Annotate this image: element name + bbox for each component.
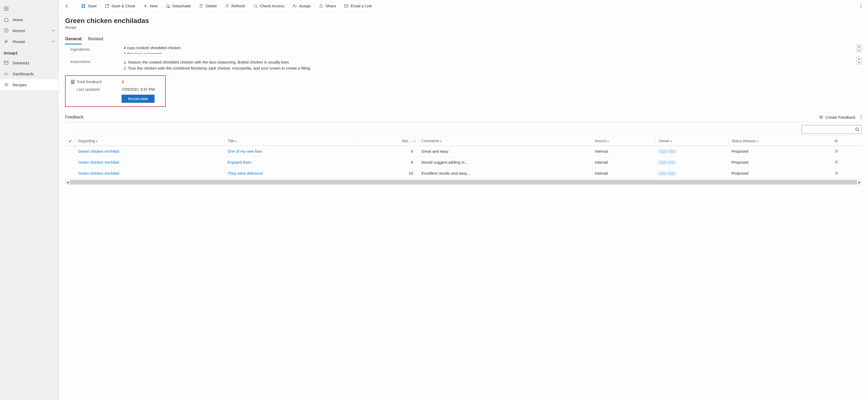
spin-down-icon[interactable]: ▼ <box>857 61 862 64</box>
col-rating[interactable]: Rat...↑▾ <box>357 136 418 146</box>
col-title[interactable]: Title▾ <box>224 136 357 146</box>
cell-owner[interactable]: User One <box>655 146 728 157</box>
col-status[interactable]: Status Reason▾ <box>728 136 832 146</box>
field-value[interactable]: 1. Season the cooked shredded chicken wi… <box>124 59 857 71</box>
col-source[interactable]: Source▾ <box>592 136 655 146</box>
svg-point-11 <box>861 4 862 5</box>
email-link-button[interactable]: Email a Link <box>340 0 376 12</box>
select-all-column[interactable] <box>65 136 75 146</box>
chevron-down-icon: ▾ <box>607 140 609 143</box>
save-button[interactable]: Save <box>78 0 100 12</box>
table-row[interactable]: Green chicken enchiladThey were deliciou… <box>65 168 862 179</box>
button-label: New <box>150 4 158 8</box>
check-access-button[interactable]: Check Access <box>249 0 288 12</box>
dashboard-icon <box>4 71 9 76</box>
new-button[interactable]: New <box>140 0 161 12</box>
search-input[interactable] <box>804 127 855 131</box>
sidebar-item-recipes[interactable]: Recipes <box>0 79 59 90</box>
cell-owner[interactable]: User One <box>655 157 728 168</box>
cell-regarding[interactable]: Green chicken enchilad <box>75 157 224 168</box>
row-selector[interactable] <box>65 157 75 168</box>
deactivate-icon <box>165 4 170 8</box>
clock-icon <box>4 28 9 33</box>
table-row[interactable]: Green chicken enchiladEnjoyed them8Would… <box>65 157 862 168</box>
grid-search[interactable] <box>802 125 862 134</box>
sidebar-item-label: Subarea1 <box>12 61 30 65</box>
trash-icon <box>199 4 204 8</box>
scroll-left-icon[interactable]: ◀ <box>65 181 70 184</box>
field-value[interactable]: 4 cups cooked shredded chicken 2 tbsp ta… <box>124 45 857 54</box>
cell-source: Internal <box>592 157 655 168</box>
create-feedback-button[interactable]: Create Feedback <box>819 115 856 120</box>
recalculate-button[interactable]: Recalculate <box>122 95 155 103</box>
svg-rect-1 <box>4 61 8 64</box>
col-regarding[interactable]: Regarding▾ <box>75 136 224 146</box>
share-icon <box>319 4 323 8</box>
refresh-button[interactable]: Refresh <box>221 0 249 12</box>
cell-title[interactable]: Enjoyed them <box>224 157 357 168</box>
expand-control[interactable]: ▲ ▼ <box>857 44 862 52</box>
cell-title[interactable]: One of my new favs <box>224 146 357 157</box>
field-label: Ingredients <box>70 47 117 52</box>
sidebar-item-dashboards[interactable]: Dashboards <box>0 68 59 79</box>
sidebar-item-subarea1[interactable]: Subarea1 <box>0 57 59 68</box>
cell-m: 7/ <box>832 168 862 179</box>
spin-up-icon[interactable]: ▲ <box>857 57 862 61</box>
chevron-down-icon <box>52 40 55 42</box>
button-label: Check Access <box>260 4 284 8</box>
cell-title[interactable]: They were delicious! <box>224 168 357 179</box>
scroll-right-icon[interactable]: ▶ <box>857 181 862 184</box>
col-m[interactable]: M <box>832 136 862 146</box>
overflow-button[interactable] <box>856 0 866 12</box>
share-button[interactable]: Share <box>315 0 340 12</box>
svg-point-18 <box>73 82 74 83</box>
col-comments[interactable]: Comments▾ <box>418 136 592 146</box>
cell-rating: 8 <box>357 157 418 168</box>
more-vertical-icon[interactable] <box>861 115 862 119</box>
sidebar-item-pinned[interactable]: Pinned <box>0 36 59 47</box>
svg-point-25 <box>856 128 858 130</box>
save-close-button[interactable]: Save & Close <box>101 0 139 12</box>
cell-m: 7/ <box>832 146 862 157</box>
cell-regarding[interactable]: Green chicken enchilad <box>75 168 224 179</box>
button-label: Delete <box>206 4 217 8</box>
horizontal-scrollbar[interactable]: ◀ ▶ <box>65 180 862 185</box>
chevron-down-icon: ▾ <box>235 140 237 143</box>
hamburger-button[interactable] <box>0 3 59 14</box>
deactivate-button[interactable]: Deactivate <box>162 0 194 12</box>
rollup-total: Total feedback 3 <box>66 78 165 86</box>
page-title: Green chicken enchiladas <box>65 17 862 25</box>
field-instructions: Instructions 1. Season the cooked shredd… <box>65 57 862 74</box>
svg-point-16 <box>72 82 72 83</box>
tab-general[interactable]: General <box>65 34 82 44</box>
sidebar-item-label: Pinned <box>12 39 25 44</box>
field-ingredients: Ingredients 4 cups cooked shredded chick… <box>65 44 862 57</box>
save-close-icon <box>104 4 109 8</box>
cell-owner[interactable]: User One <box>655 168 728 179</box>
sidebar-item-home[interactable]: Home <box>0 14 59 25</box>
svg-rect-5 <box>82 6 85 7</box>
row-selector[interactable] <box>65 146 75 157</box>
svg-point-12 <box>861 5 862 6</box>
svg-rect-10 <box>344 5 348 7</box>
spin-down-icon[interactable]: ▼ <box>857 49 862 52</box>
pin-icon <box>4 39 9 44</box>
module-icon <box>4 60 9 65</box>
cell-regarding[interactable]: Green chicken enchilad <box>75 146 224 157</box>
back-button[interactable] <box>61 0 73 12</box>
sidebar-item-recent[interactable]: Recent <box>0 25 59 36</box>
col-owner[interactable]: Owner▾ <box>655 136 728 146</box>
command-bar: Save Save & Close New Deactivate <box>59 0 868 12</box>
delete-button[interactable]: Delete <box>195 0 220 12</box>
back-icon <box>65 4 69 8</box>
scroll-track[interactable] <box>70 180 857 185</box>
rollup-value: 7/29/2021 3:37 PM <box>122 87 155 92</box>
sidebar-item-label: Recent <box>12 29 25 33</box>
tab-related[interactable]: Related <box>88 34 103 44</box>
sidebar-group-label: Group1 <box>0 47 59 57</box>
spin-up-icon[interactable]: ▲ <box>857 45 862 49</box>
assign-button[interactable]: Assign <box>289 0 314 12</box>
row-selector[interactable] <box>65 168 75 179</box>
table-row[interactable]: Green chicken enchiladOne of my new favs… <box>65 146 862 157</box>
expand-control[interactable]: ▲ ▼ <box>857 57 862 65</box>
